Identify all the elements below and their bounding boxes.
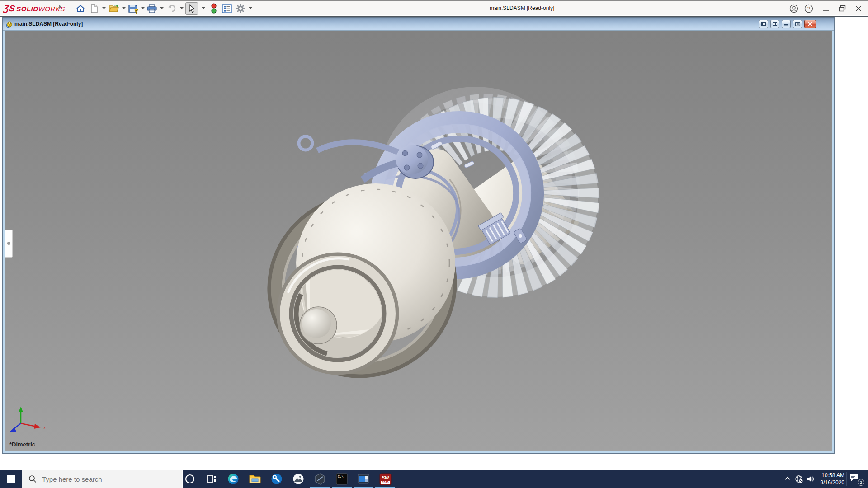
account-button[interactable] xyxy=(789,4,799,14)
help-button[interactable]: ? xyxy=(804,4,814,14)
triad-x-label: x xyxy=(43,425,46,430)
taskbar-app-hexagon[interactable] xyxy=(309,470,331,488)
minimize-button[interactable] xyxy=(821,4,831,14)
taskbar-file-explorer[interactable] xyxy=(244,470,266,488)
open-dropdown[interactable] xyxy=(122,7,126,9)
pane-left-icon xyxy=(761,22,766,26)
print-dropdown[interactable] xyxy=(160,7,164,9)
minimize-icon xyxy=(823,5,829,12)
home-button[interactable] xyxy=(74,2,87,15)
report-list-icon xyxy=(222,4,232,13)
home-icon xyxy=(75,4,85,14)
undo-icon xyxy=(167,4,177,13)
photos-icon xyxy=(292,473,304,485)
lifting-eyelet xyxy=(299,136,312,150)
new-document-icon xyxy=(90,4,99,14)
tray-time: 10:58 AM xyxy=(821,472,844,479)
doc-close-button[interactable] xyxy=(804,20,816,28)
cortana-icon xyxy=(184,474,195,484)
document-titlebar[interactable]: main.SLDASM [Read-only] xyxy=(3,18,834,31)
select-cursor-icon xyxy=(188,4,196,13)
start-button[interactable] xyxy=(0,470,22,488)
options-button[interactable] xyxy=(234,2,247,15)
chevron-up-icon xyxy=(784,475,791,482)
undo-button[interactable] xyxy=(165,2,178,15)
doc-minimize-icon xyxy=(784,22,788,26)
new-document-dropdown[interactable] xyxy=(102,7,106,9)
solidworks-logo-mark: ƷS xyxy=(3,4,15,14)
command-prompt-icon: C:\_ xyxy=(336,473,348,485)
jet-engine-model[interactable] xyxy=(5,31,832,451)
evaluate-report-button[interactable] xyxy=(221,2,233,15)
taskbar-photos[interactable] xyxy=(288,470,309,488)
taskbar-admin-tools[interactable] xyxy=(266,470,288,488)
assembly-icon xyxy=(6,21,13,28)
tray-clock[interactable]: 10:58 AM 9/16/2020 xyxy=(821,472,844,486)
pane-left-button[interactable] xyxy=(759,20,768,28)
taskbar-command-prompt[interactable]: C:\_ xyxy=(331,470,353,488)
tray-separator xyxy=(846,472,847,486)
search-input[interactable] xyxy=(42,475,173,483)
pane-right-button[interactable] xyxy=(770,20,779,28)
save-dropdown[interactable] xyxy=(141,7,145,9)
toolbar-flyout-arrow[interactable] xyxy=(59,5,61,9)
taskbar-search[interactable] xyxy=(22,470,183,488)
doc-minimize-button[interactable] xyxy=(782,20,791,28)
select-tool-button[interactable] xyxy=(185,2,198,15)
print-button[interactable] xyxy=(146,2,158,15)
mdi-area: main.SLDASM [Read-only] xyxy=(0,16,868,470)
taskbar-solidworks[interactable]: SW 2020 xyxy=(374,470,396,488)
tray-network[interactable] xyxy=(795,475,803,485)
window-app-icon xyxy=(358,473,369,485)
open-folder-icon xyxy=(108,4,119,14)
graphics-viewport[interactable]: x *Dimetric xyxy=(5,31,832,451)
design-checker-button[interactable] xyxy=(208,2,220,15)
feature-tree-splitter-tab[interactable] xyxy=(5,230,13,258)
network-globe-offline-icon xyxy=(795,475,803,483)
view-orientation-label: *Dimetric xyxy=(9,441,35,448)
save-icon xyxy=(127,3,138,14)
account-icon xyxy=(789,4,798,13)
hexagon-app-icon xyxy=(314,473,326,485)
doc-restore-icon xyxy=(795,22,800,26)
open-button[interactable] xyxy=(108,2,120,15)
tray-date: 9/16/2020 xyxy=(821,479,844,486)
taskbar-window-app[interactable] xyxy=(353,470,374,488)
search-icon xyxy=(28,475,37,483)
app-titlebar: ƷS SOLIDWORKS xyxy=(0,0,868,15)
taskbar: C:\_ SW 2020 xyxy=(0,470,868,488)
volume-icon xyxy=(807,475,815,483)
taskbar-task-view[interactable] xyxy=(201,470,222,488)
restore-button[interactable] xyxy=(837,4,847,14)
new-document-button[interactable] xyxy=(88,2,100,15)
wrench-circle-icon xyxy=(271,473,283,485)
close-button[interactable] xyxy=(854,4,863,14)
taskbar-cortana[interactable] xyxy=(179,470,201,488)
close-icon xyxy=(855,5,862,12)
options-dropdown[interactable] xyxy=(249,7,252,9)
taskbar-edge[interactable] xyxy=(222,470,244,488)
doc-restore-button[interactable] xyxy=(793,20,802,28)
select-tool-dropdown[interactable] xyxy=(202,7,205,9)
splitter-dot-icon xyxy=(7,242,10,245)
pane-right-icon xyxy=(773,22,777,26)
solidworks-logo: ƷS SOLIDWORKS xyxy=(4,3,65,14)
reference-triad: x xyxy=(9,404,50,436)
edge-icon xyxy=(227,473,239,485)
save-button[interactable] xyxy=(127,2,139,15)
show-desktop-edge[interactable] xyxy=(866,472,866,486)
gear-icon xyxy=(236,4,245,14)
windows-logo-icon xyxy=(7,475,15,483)
undo-dropdown[interactable] xyxy=(180,7,184,9)
svg-text:C:\_: C:\_ xyxy=(338,475,346,479)
tray-volume[interactable] xyxy=(807,475,815,485)
svg-text:2020: 2020 xyxy=(382,481,389,484)
svg-text:?: ? xyxy=(807,6,810,11)
print-icon xyxy=(146,4,157,14)
doc-close-icon xyxy=(808,22,812,26)
notification-icon xyxy=(849,474,859,482)
traffic-light-icon xyxy=(211,3,217,14)
solidworks-2020-icon: SW 2020 xyxy=(379,473,392,485)
tray-chevron-up[interactable] xyxy=(784,475,791,484)
notification-center-button[interactable]: 2 xyxy=(849,474,863,484)
